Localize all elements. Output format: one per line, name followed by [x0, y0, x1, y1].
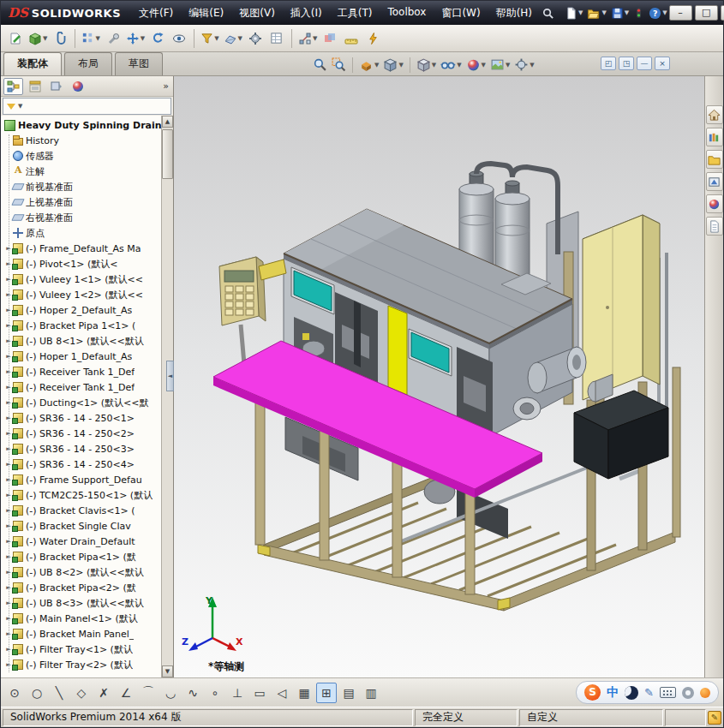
- display-style-icon[interactable]: ▼: [415, 55, 438, 75]
- tree-item[interactable]: ► (-) Receiver Tank 1_Def: [4, 364, 161, 379]
- tree-item[interactable]: ► 前视基准面: [4, 179, 161, 194]
- bill-of-materials-icon[interactable]: [266, 27, 287, 50]
- menu-item[interactable]: 插入(I): [283, 1, 330, 26]
- open-document-icon[interactable]: ▼: [585, 5, 607, 21]
- grid-snap-icon[interactable]: ⊞: [316, 683, 337, 703]
- menu-item[interactable]: 文件(F): [131, 1, 181, 26]
- tree-item[interactable]: ► (-) Bracket Clavis<1> (: [4, 503, 161, 518]
- soft-keyboard-icon[interactable]: [660, 687, 676, 698]
- ime-language-mode[interactable]: 中: [607, 685, 619, 701]
- motion-study-icon[interactable]: [245, 27, 266, 50]
- new-document-icon[interactable]: ▼: [563, 5, 584, 21]
- scroll-down-icon[interactable]: ▼: [162, 665, 173, 677]
- command-tab[interactable]: 装配体: [3, 52, 62, 75]
- line-icon[interactable]: ╲: [49, 683, 69, 703]
- scroll-thumb[interactable]: [162, 129, 173, 179]
- pen-icon[interactable]: ✎: [644, 686, 654, 699]
- arc-icon[interactable]: ⌒: [138, 683, 159, 703]
- edit-appearance-icon[interactable]: ▼: [464, 55, 488, 75]
- tree-item[interactable]: ► (-) Bracket Single Clav: [4, 518, 161, 534]
- tree-item[interactable]: ► (-) Bracket Pipa 1<1> (: [4, 318, 161, 333]
- linear-sketch-pattern-icon[interactable]: ▦: [294, 683, 314, 703]
- tree-item[interactable]: ► (-) Bracket Main Panel_: [4, 626, 161, 641]
- close-button[interactable]: ×: [721, 5, 724, 21]
- configurationmanager-tab-icon[interactable]: [46, 78, 66, 95]
- displaymanager-tab-icon[interactable]: [68, 78, 87, 95]
- tree-item[interactable]: ► (-) Water Drain_Default: [4, 534, 161, 549]
- menu-item[interactable]: 帮助(H): [488, 1, 540, 26]
- view-orientation-icon[interactable]: ▼: [381, 55, 404, 75]
- tree-item[interactable]: ► 右视基准面: [4, 210, 161, 225]
- insert-component-icon[interactable]: ▼: [27, 27, 49, 50]
- tangent-arc-icon[interactable]: ◡: [160, 683, 181, 703]
- smart-fasteners-icon[interactable]: [103, 27, 123, 50]
- tree-item[interactable]: ► (-) Filter Tray<1> (默认: [4, 641, 161, 657]
- tree-item[interactable]: ► History: [4, 133, 161, 148]
- edit-status-icon[interactable]: ✎: [708, 711, 721, 725]
- apply-scene-icon[interactable]: ▼: [488, 55, 512, 75]
- menu-item[interactable]: 工具(T): [330, 1, 380, 26]
- scroll-track[interactable]: [162, 128, 173, 665]
- section-view-icon[interactable]: ▼: [357, 55, 380, 75]
- hatch-icon[interactable]: ▥: [361, 683, 381, 703]
- command-search-icon[interactable]: [540, 5, 556, 21]
- help-icon[interactable]: ?▼: [647, 5, 668, 21]
- assembly-visualization-icon[interactable]: [362, 27, 383, 50]
- tree-item[interactable]: ► (-) Ducting<1> (默认<<默: [4, 395, 161, 410]
- show-hide-components-icon[interactable]: [169, 27, 189, 50]
- minimize-button[interactable]: –: [669, 5, 692, 21]
- assembly-features-icon[interactable]: ▼: [199, 27, 220, 50]
- menu-item[interactable]: 窗口(W): [434, 1, 488, 26]
- menu-item[interactable]: 视图(V): [231, 1, 283, 26]
- window-cascade-icon[interactable]: ◰: [601, 57, 616, 70]
- tree-item[interactable]: ► (-) Filter Tray<2> (默认: [4, 657, 161, 672]
- hide-show-items-icon[interactable]: ▼: [439, 55, 463, 75]
- tree-item[interactable]: ► (-) Vuleey 1<2> (默认<<: [4, 287, 161, 302]
- polygon-icon[interactable]: ◇: [71, 683, 92, 703]
- tree-item[interactable]: ► (-) Bracket Pipa<1> (默: [4, 549, 161, 564]
- point-icon[interactable]: ∘: [205, 683, 225, 703]
- interference-detection-icon[interactable]: [320, 27, 340, 50]
- propertymanager-tab-icon[interactable]: [25, 78, 45, 95]
- move-component-icon[interactable]: ▼: [124, 27, 147, 50]
- custom-properties-icon[interactable]: [706, 217, 723, 236]
- rebuild-icon[interactable]: [631, 4, 646, 21]
- sogou-badge-icon[interactable]: [700, 688, 710, 698]
- command-tab[interactable]: 草图: [115, 52, 163, 75]
- tree-item[interactable]: ► (-) Frame_Default_As Ma: [4, 241, 161, 256]
- sogou-logo-icon[interactable]: S: [584, 684, 601, 701]
- tree-item[interactable]: ► 上视基准面: [4, 194, 161, 210]
- spline-icon[interactable]: ∿: [182, 683, 203, 703]
- panel-splitter-handle[interactable]: ◄: [166, 361, 174, 391]
- graphics-viewport[interactable]: Y X Z *等轴测: [174, 76, 704, 677]
- smart-dimension-icon[interactable]: ⊙: [4, 683, 25, 703]
- design-library-icon[interactable]: [706, 128, 723, 146]
- view-palette-icon[interactable]: [706, 172, 723, 191]
- tree-item[interactable]: ► (-) SR36 - 14 - 250<4>: [4, 456, 161, 472]
- circle-icon[interactable]: ○: [27, 683, 47, 703]
- save-document-icon[interactable]: ▼: [609, 5, 631, 21]
- window-restore-icon[interactable]: ◳: [619, 57, 634, 70]
- tree-root-item[interactable]: Heavy Duty Spinning Drain: [4, 117, 161, 133]
- tree-scrollbar[interactable]: ▲ ▼: [161, 116, 173, 677]
- tree-item[interactable]: ► (-) Hoper 1_Default_As: [4, 349, 161, 364]
- tree-item[interactable]: ► (-) SR36 - 14 - 250<2>: [4, 426, 161, 441]
- zoom-fit-icon[interactable]: [311, 55, 329, 75]
- filter-dropdown-icon[interactable]: ▼: [18, 103, 22, 110]
- tree-item[interactable]: ► (-) UB 8<3> (默认<<默认: [4, 595, 161, 611]
- tree-item[interactable]: ► (-) Receiver Tank 1_Def: [4, 379, 161, 395]
- edit-component-icon[interactable]: [5, 27, 26, 50]
- window-close-icon[interactable]: ×: [655, 57, 670, 70]
- reference-geometry-icon[interactable]: ▼: [222, 27, 244, 50]
- settings-icon[interactable]: [682, 687, 694, 699]
- zoom-area-icon[interactable]: [330, 55, 348, 75]
- mate-icon[interactable]: [50, 27, 70, 50]
- tree-item[interactable]: ► (-) UB 8<2> (默认<<默认: [4, 564, 161, 580]
- tree-item[interactable]: ► (-) Hoper 2_Default_As: [4, 302, 161, 318]
- tree-item[interactable]: ► (-) Main Panel<1> (默认: [4, 611, 161, 626]
- menu-item[interactable]: 编辑(E): [181, 1, 231, 26]
- menu-item[interactable]: Toolbox: [380, 1, 434, 26]
- maximize-button[interactable]: □: [695, 5, 718, 21]
- customize-label[interactable]: 自定义: [519, 709, 663, 726]
- tree-item[interactable]: ► 传感器: [4, 148, 161, 164]
